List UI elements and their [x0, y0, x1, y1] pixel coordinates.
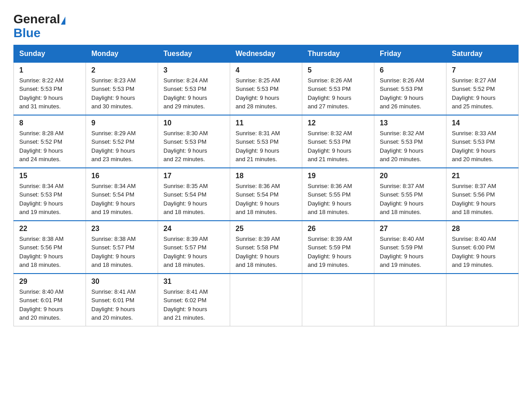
calendar-cell: 1Sunrise: 8:22 AMSunset: 5:53 PMDaylight… [14, 62, 86, 115]
day-number: 28 [452, 225, 513, 233]
day-info: Sunrise: 8:34 AMSunset: 5:53 PMDaylight:… [19, 182, 80, 217]
logo: General Blue [13, 9, 65, 40]
header-friday: Friday [374, 45, 446, 62]
calendar-cell [230, 274, 302, 326]
day-number: 14 [452, 119, 513, 127]
logo-general-text: General [13, 12, 60, 26]
day-number: 3 [163, 66, 224, 74]
calendar-cell: 11Sunrise: 8:31 AMSunset: 5:53 PMDayligh… [230, 115, 302, 168]
day-info: Sunrise: 8:27 AMSunset: 5:52 PMDaylight:… [452, 76, 513, 111]
calendar-cell [302, 274, 374, 326]
calendar-cell: 26Sunrise: 8:39 AMSunset: 5:59 PMDayligh… [302, 221, 374, 274]
day-info: Sunrise: 8:38 AMSunset: 5:56 PMDaylight:… [19, 235, 80, 270]
day-info: Sunrise: 8:40 AMSunset: 6:01 PMDaylight:… [19, 287, 80, 322]
day-number: 27 [380, 225, 441, 233]
day-info: Sunrise: 8:32 AMSunset: 5:53 PMDaylight:… [308, 129, 369, 164]
day-info: Sunrise: 8:40 AMSunset: 5:59 PMDaylight:… [380, 235, 441, 270]
calendar-cell: 17Sunrise: 8:35 AMSunset: 5:54 PMDayligh… [158, 168, 230, 221]
day-info: Sunrise: 8:37 AMSunset: 5:56 PMDaylight:… [452, 182, 513, 217]
week-row-1: 1Sunrise: 8:22 AMSunset: 5:53 PMDaylight… [14, 62, 519, 115]
day-number: 17 [163, 172, 224, 180]
calendar-cell: 28Sunrise: 8:40 AMSunset: 6:00 PMDayligh… [446, 221, 519, 274]
day-number: 18 [236, 172, 296, 180]
day-number: 1 [19, 66, 80, 74]
header: General Blue [13, 9, 519, 40]
calendar-cell: 20Sunrise: 8:37 AMSunset: 5:55 PMDayligh… [374, 168, 446, 221]
header-monday: Monday [86, 45, 158, 62]
day-number: 25 [236, 225, 296, 233]
calendar-cell: 6Sunrise: 8:26 AMSunset: 5:53 PMDaylight… [374, 62, 446, 115]
header-saturday: Saturday [446, 45, 519, 62]
day-info: Sunrise: 8:33 AMSunset: 5:53 PMDaylight:… [452, 129, 513, 164]
day-number: 16 [91, 172, 152, 180]
calendar-body: 1Sunrise: 8:22 AMSunset: 5:53 PMDaylight… [14, 62, 519, 326]
logo-blue-text: Blue [13, 26, 41, 40]
calendar-cell: 12Sunrise: 8:32 AMSunset: 5:53 PMDayligh… [302, 115, 374, 168]
day-info: Sunrise: 8:37 AMSunset: 5:55 PMDaylight:… [380, 182, 441, 217]
calendar-cell: 25Sunrise: 8:39 AMSunset: 5:58 PMDayligh… [230, 221, 302, 274]
day-number: 23 [91, 225, 152, 233]
day-number: 30 [91, 278, 152, 286]
day-number: 21 [452, 172, 513, 180]
day-info: Sunrise: 8:36 AMSunset: 5:55 PMDaylight:… [308, 182, 369, 217]
day-info: Sunrise: 8:23 AMSunset: 5:53 PMDaylight:… [91, 76, 152, 111]
day-info: Sunrise: 8:25 AMSunset: 5:53 PMDaylight:… [236, 76, 296, 111]
day-number: 11 [236, 119, 296, 127]
day-info: Sunrise: 8:24 AMSunset: 5:53 PMDaylight:… [163, 76, 224, 111]
day-info: Sunrise: 8:39 AMSunset: 5:57 PMDaylight:… [163, 235, 224, 270]
day-info: Sunrise: 8:41 AMSunset: 6:01 PMDaylight:… [91, 287, 152, 322]
calendar-cell: 10Sunrise: 8:30 AMSunset: 5:53 PMDayligh… [158, 115, 230, 168]
calendar-cell: 22Sunrise: 8:38 AMSunset: 5:56 PMDayligh… [14, 221, 86, 274]
week-row-3: 15Sunrise: 8:34 AMSunset: 5:53 PMDayligh… [14, 168, 519, 221]
calendar-cell: 24Sunrise: 8:39 AMSunset: 5:57 PMDayligh… [158, 221, 230, 274]
day-number: 15 [19, 172, 80, 180]
calendar-cell: 13Sunrise: 8:32 AMSunset: 5:53 PMDayligh… [374, 115, 446, 168]
calendar-cell: 18Sunrise: 8:36 AMSunset: 5:54 PMDayligh… [230, 168, 302, 221]
day-info: Sunrise: 8:28 AMSunset: 5:52 PMDaylight:… [19, 129, 80, 164]
day-info: Sunrise: 8:39 AMSunset: 5:58 PMDaylight:… [236, 235, 296, 270]
day-number: 7 [452, 66, 513, 74]
day-number: 4 [236, 66, 296, 74]
day-number: 2 [91, 66, 152, 74]
calendar-table: SundayMondayTuesdayWednesdayThursdayFrid… [13, 45, 519, 326]
day-number: 20 [380, 172, 441, 180]
day-number: 12 [308, 119, 369, 127]
day-number: 24 [163, 225, 224, 233]
calendar-cell: 2Sunrise: 8:23 AMSunset: 5:53 PMDaylight… [86, 62, 158, 115]
logo-blue-line: Blue [13, 26, 41, 40]
day-number: 29 [19, 278, 80, 286]
day-info: Sunrise: 8:39 AMSunset: 5:59 PMDaylight:… [308, 235, 369, 270]
day-info: Sunrise: 8:34 AMSunset: 5:54 PMDaylight:… [91, 182, 152, 217]
day-info: Sunrise: 8:30 AMSunset: 5:53 PMDaylight:… [163, 129, 224, 164]
calendar-cell: 7Sunrise: 8:27 AMSunset: 5:52 PMDaylight… [446, 62, 519, 115]
week-row-5: 29Sunrise: 8:40 AMSunset: 6:01 PMDayligh… [14, 274, 519, 326]
header-wednesday: Wednesday [230, 45, 302, 62]
week-row-2: 8Sunrise: 8:28 AMSunset: 5:52 PMDaylight… [14, 115, 519, 168]
day-info: Sunrise: 8:40 AMSunset: 6:00 PMDaylight:… [452, 235, 513, 270]
logo-triangle-icon [61, 17, 65, 25]
calendar-cell: 16Sunrise: 8:34 AMSunset: 5:54 PMDayligh… [86, 168, 158, 221]
day-number: 31 [163, 278, 224, 286]
calendar-cell: 15Sunrise: 8:34 AMSunset: 5:53 PMDayligh… [14, 168, 86, 221]
day-number: 26 [308, 225, 369, 233]
day-number: 5 [308, 66, 369, 74]
day-info: Sunrise: 8:36 AMSunset: 5:54 PMDaylight:… [236, 182, 296, 217]
calendar-header: SundayMondayTuesdayWednesdayThursdayFrid… [14, 45, 519, 62]
calendar-cell: 31Sunrise: 8:41 AMSunset: 6:02 PMDayligh… [158, 274, 230, 326]
day-info: Sunrise: 8:31 AMSunset: 5:53 PMDaylight:… [236, 129, 296, 164]
header-tuesday: Tuesday [158, 45, 230, 62]
day-number: 22 [19, 225, 80, 233]
day-number: 10 [163, 119, 224, 127]
calendar-cell: 9Sunrise: 8:29 AMSunset: 5:52 PMDaylight… [86, 115, 158, 168]
day-info: Sunrise: 8:26 AMSunset: 5:53 PMDaylight:… [380, 76, 441, 111]
calendar-cell: 21Sunrise: 8:37 AMSunset: 5:56 PMDayligh… [446, 168, 519, 221]
header-row: SundayMondayTuesdayWednesdayThursdayFrid… [14, 45, 519, 62]
calendar-cell: 19Sunrise: 8:36 AMSunset: 5:55 PMDayligh… [302, 168, 374, 221]
calendar-cell [374, 274, 446, 326]
calendar-cell [446, 274, 519, 326]
header-sunday: Sunday [14, 45, 86, 62]
calendar-cell: 27Sunrise: 8:40 AMSunset: 5:59 PMDayligh… [374, 221, 446, 274]
calendar-cell: 5Sunrise: 8:26 AMSunset: 5:53 PMDaylight… [302, 62, 374, 115]
day-info: Sunrise: 8:35 AMSunset: 5:54 PMDaylight:… [163, 182, 224, 217]
calendar-cell: 30Sunrise: 8:41 AMSunset: 6:01 PMDayligh… [86, 274, 158, 326]
